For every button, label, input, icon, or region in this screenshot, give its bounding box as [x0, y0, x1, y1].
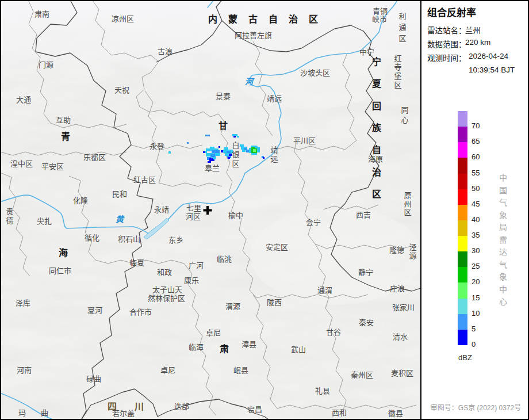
legend-color-block: [458, 282, 467, 298]
legend-color-block: [458, 158, 467, 173]
range-label: 数据范围：: [427, 38, 466, 49]
map-label: 和政: [157, 268, 172, 277]
map-label: 平安区: [41, 162, 64, 171]
radar-echo-cell: [255, 146, 258, 148]
map-label: 武山: [291, 345, 306, 354]
map-label: 内蒙古自治区: [208, 14, 329, 24]
map-label: 海原: [368, 155, 383, 163]
map-label: 礼县: [315, 387, 330, 395]
map-label: 循化: [85, 234, 99, 242]
map-label: 广河: [189, 261, 204, 270]
map-label: 靖远: [267, 94, 282, 103]
map-label: 景泰: [216, 92, 231, 101]
legend-color-block: [458, 111, 467, 127]
map-label: 若尔盖: [112, 409, 135, 418]
map-label: 夏河: [87, 306, 102, 315]
map-label: 平川区: [293, 136, 316, 145]
station-label: 雷达站名：: [427, 24, 466, 36]
map-label: 临潭: [189, 343, 204, 352]
radar-map: 内蒙古自治区宁夏回族自治区青海甘肃四川肃南凉州区古浪门源天祝大通互助阿拉善左旗青…: [0, 0, 420, 420]
map-label: 康乐: [184, 276, 199, 285]
radar-echo-cell: [187, 142, 189, 144]
radar-echo-cell: [213, 157, 216, 159]
legend-value: 50: [471, 184, 480, 193]
map-label: 利通区: [398, 12, 406, 43]
map-label: 青铜: [373, 7, 388, 16]
legend-color-block: [458, 205, 467, 220]
map-label: 靖远: [270, 146, 278, 163]
legend-color-block: [458, 142, 467, 158]
radar-echo-cell: [237, 136, 239, 138]
map-label: 玛: [18, 408, 26, 417]
map-label: 民和: [112, 190, 127, 198]
map-label: 天祝: [114, 86, 129, 94]
legend-color-block: [458, 251, 467, 267]
legend-value: 10: [471, 309, 480, 318]
map-label: 临夏: [129, 258, 144, 267]
map-label: 渭源: [225, 302, 240, 311]
map-label: 卓尼: [206, 329, 221, 337]
map-label: 秦州区: [351, 371, 373, 379]
legend-color-block: [458, 330, 467, 345]
obs-date-value: 2026-04-24: [469, 52, 508, 60]
radar-echo-cell: [253, 149, 256, 152]
map-label: 东乡: [168, 236, 183, 245]
legend-value: 0: [471, 340, 476, 349]
info-panel: 组合反射率 雷达站名： 兰州 数据范围： 220 km 观测时间： 2026-0…: [420, 0, 529, 420]
map-label: 永靖: [154, 205, 169, 214]
map-label: 泾源: [409, 243, 416, 260]
map-label: 秦安: [359, 318, 374, 327]
map-label: 岷县: [233, 366, 248, 375]
map-label: 西和: [332, 408, 347, 417]
obs-time-label: 观测时间：: [427, 52, 466, 63]
radar-echo-cell: [240, 144, 244, 147]
map-label: 宕昌: [247, 405, 262, 414]
map-label: 青: [61, 131, 70, 142]
map-label: 同仁市: [49, 266, 71, 275]
map-label: 乐都区: [83, 153, 106, 162]
legend-value: 5: [471, 324, 476, 333]
radar-echo-cell: [229, 154, 232, 156]
legend-value: 55: [471, 169, 480, 177]
map-label: 漳县: [241, 340, 256, 349]
map-label: 川: [134, 402, 144, 411]
radar-echo-cell: [224, 147, 228, 150]
river-label: 黄: [116, 215, 125, 224]
legend-value: 60: [471, 152, 480, 161]
radar-echo-cell: [221, 150, 223, 152]
radar-echo-cell: [228, 157, 230, 159]
radar-echo-cell: [215, 153, 220, 156]
legend-color-block: [458, 267, 467, 282]
map-label: 肃: [220, 344, 229, 354]
map-label: 安定区: [266, 243, 288, 251]
map-label: 甘谷: [326, 328, 341, 337]
legend-color-block: [458, 314, 467, 330]
map-canvas: 内蒙古自治区宁夏回族自治区青海甘肃四川肃南凉州区古浪门源天祝大通互助阿拉善左旗青…: [0, 0, 420, 420]
map-label: 临洮: [217, 255, 232, 264]
map-label: 红古区: [133, 175, 156, 184]
legend-color-block: [458, 236, 467, 251]
radar-echo-cell: [242, 150, 246, 152]
map-label: 迭部: [174, 402, 189, 411]
legend-value: 65: [471, 137, 480, 146]
legend-color-block: [458, 299, 467, 314]
map-label: 河区: [186, 212, 201, 221]
map-approval-number: 审图号：GS京 (2022) 0372号: [421, 402, 529, 412]
map-label: 互助: [56, 116, 71, 124]
radar-echo-cell: [168, 151, 171, 154]
map-label: 然林保护区: [148, 294, 185, 303]
map-label: 卓尼: [160, 366, 175, 375]
legend-color-block: [458, 220, 467, 236]
radar-echo-cell: [246, 150, 249, 152]
map-label: 原州区: [404, 191, 411, 216]
radar-display: 内蒙古自治区宁夏回族自治区青海甘肃四川肃南凉州区古浪门源天祝大通互助阿拉善左旗青…: [0, 0, 529, 420]
map-label: 沙坡头区: [300, 68, 330, 77]
map-label: 会宁: [306, 218, 321, 227]
legend-value: 25: [471, 262, 480, 270]
legend-value: 35: [471, 231, 480, 239]
map-label: 红寺堡区: [394, 54, 401, 89]
map-label: 海: [59, 247, 68, 258]
legend-value: 40: [471, 215, 480, 224]
legend-value: 15: [471, 293, 480, 302]
map-label: 贵德: [6, 207, 13, 225]
